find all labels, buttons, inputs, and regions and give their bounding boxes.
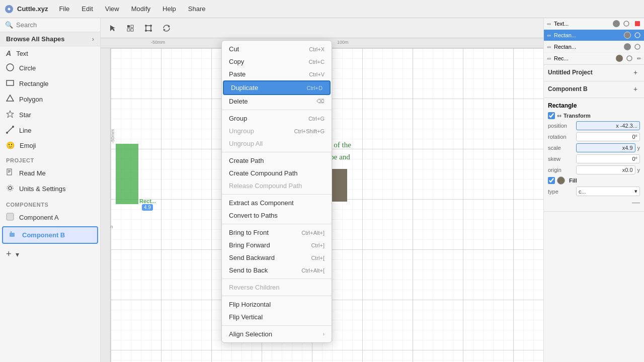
ctx-align-selection[interactable]: Align Selection › bbox=[222, 328, 332, 340]
sidebar-item-readme[interactable]: Read Me bbox=[0, 165, 100, 181]
ctx-separator-2 bbox=[222, 152, 332, 152]
chevron-right-icon: › bbox=[92, 35, 94, 43]
expand-components-button[interactable]: ▾ bbox=[16, 250, 19, 258]
ctx-group[interactable]: Group Ctrl+G bbox=[222, 112, 332, 125]
minus-icon[interactable]: — bbox=[632, 198, 640, 207]
svg-point-24 bbox=[145, 30, 147, 32]
right-sidebar: ⇔ Text... ⇔ Rectan... ⇔ Rectan... bbox=[543, 18, 644, 362]
sidebar-item-line[interactable]: Line bbox=[0, 123, 100, 138]
fill-color-swatch[interactable] bbox=[557, 176, 565, 185]
search-icon: 🔍 bbox=[5, 21, 13, 29]
menu-file[interactable]: File bbox=[54, 3, 74, 15]
menu-modify[interactable]: Modify bbox=[126, 3, 155, 15]
transform-icon: ⇔ bbox=[557, 113, 561, 119]
ctx-convert-paths[interactable]: Convert to Paths bbox=[222, 209, 332, 222]
ctx-bring-front[interactable]: Bring to Front Ctrl+Alt+] bbox=[222, 226, 332, 239]
component-actions: + ▾ bbox=[0, 245, 100, 263]
ctx-delete[interactable]: Delete ⌫ bbox=[222, 95, 332, 108]
ctx-release-compound-path: Release Compound Path bbox=[222, 179, 332, 192]
ctx-ungroup-label: Ungroup bbox=[229, 127, 254, 135]
skew-value[interactable]: 0° bbox=[576, 154, 640, 163]
sidebar-item-label: Line bbox=[19, 127, 32, 134]
svg-point-25 bbox=[150, 30, 152, 32]
layer-swatch bbox=[613, 20, 620, 27]
browse-all-shapes-item[interactable]: Browse All Shapes › bbox=[0, 32, 100, 46]
sidebar-item-rectangle[interactable]: Rectangle bbox=[0, 76, 100, 92]
ctx-align-selection-label: Align Selection bbox=[229, 330, 272, 338]
add-component-button[interactable]: + bbox=[631, 84, 640, 94]
scale-x-value[interactable]: x4.9 bbox=[576, 143, 635, 152]
rotation-value[interactable]: 0° bbox=[576, 132, 640, 141]
rotation-row: rotation 0° bbox=[548, 132, 640, 141]
ruler-tick: 100m bbox=[337, 40, 349, 45]
origin-x-value[interactable]: x0.0 bbox=[576, 165, 635, 174]
polygon-icon bbox=[6, 95, 14, 104]
add-component-button[interactable]: + bbox=[6, 249, 12, 259]
transform-checkbox[interactable] bbox=[548, 112, 555, 119]
layer-name: Rec... bbox=[554, 55, 613, 61]
sidebar-item-emoji[interactable]: 🙂 Emoji bbox=[0, 138, 100, 152]
layer-swatch bbox=[624, 43, 631, 50]
ctx-copy[interactable]: Copy Ctrl+C bbox=[222, 55, 332, 68]
ctx-create-path[interactable]: Create Path bbox=[222, 154, 332, 167]
sidebar-item-text[interactable]: A Text bbox=[0, 46, 100, 60]
sidebar-item-component-a[interactable]: Component A bbox=[0, 210, 100, 225]
sidebar-item-label: Polygon bbox=[19, 96, 43, 103]
add-project-button[interactable]: + bbox=[631, 68, 640, 77]
fill-label: Fill bbox=[569, 177, 577, 184]
sidebar-item-polygon[interactable]: Polygon bbox=[0, 92, 100, 107]
ctx-ungroup-all-label: Ungroup All bbox=[229, 140, 263, 147]
svg-rect-18 bbox=[131, 25, 133, 28]
ctx-reverse-children: Reverse Children bbox=[222, 281, 332, 294]
sidebar-item-circle[interactable]: Circle bbox=[0, 60, 100, 76]
ctx-cut[interactable]: Cut Ctrl+X bbox=[222, 43, 332, 55]
ctx-create-compound-path[interactable]: Create Compound Path bbox=[222, 167, 332, 179]
toolbar-transform-button[interactable] bbox=[141, 21, 156, 35]
fill-checkbox[interactable] bbox=[548, 177, 555, 184]
ctx-flip-vertical[interactable]: Flip Vertical bbox=[222, 311, 332, 323]
search-input[interactable] bbox=[16, 21, 95, 29]
ctx-ungroup-all: Ungroup All bbox=[222, 137, 332, 150]
layer-item-rectangle-2[interactable]: ⇔ Rectan... bbox=[544, 41, 644, 53]
toolbar-select-button[interactable] bbox=[105, 21, 120, 35]
emoji-icon: 🙂 bbox=[6, 141, 15, 149]
layer-transform-icon: ⇔ bbox=[547, 56, 551, 61]
ctx-paste[interactable]: Paste Ctrl+V bbox=[222, 68, 332, 80]
layer-item-rectangle-selected[interactable]: ⇔ Rectan... bbox=[544, 30, 644, 41]
ctx-send-back-shortcut: Ctrl+Alt+[ bbox=[301, 267, 325, 274]
menu-view[interactable]: View bbox=[100, 3, 124, 15]
menu-share[interactable]: Share bbox=[183, 3, 211, 15]
layer-pen-icon: ✏ bbox=[637, 56, 641, 61]
menu-help[interactable]: Help bbox=[157, 3, 181, 15]
ctx-send-backward[interactable]: Send Backward Ctrl+[ bbox=[222, 251, 332, 264]
toolbar-repeat-button[interactable] bbox=[159, 21, 174, 35]
ctx-flip-vertical-label: Flip Vertical bbox=[229, 313, 263, 321]
layer-item-text[interactable]: ⇔ Text... bbox=[544, 18, 644, 30]
fill-row: Fill bbox=[548, 176, 640, 185]
ctx-flip-horizontal[interactable]: Flip Horizontal bbox=[222, 298, 332, 311]
ctx-copy-shortcut: Ctrl+C bbox=[309, 59, 325, 65]
svg-point-32 bbox=[627, 56, 632, 61]
ctx-send-back[interactable]: Send to Back Ctrl+Alt+[ bbox=[222, 264, 332, 277]
sidebar-item-label: Component B bbox=[22, 231, 65, 239]
ctx-extract-component[interactable]: Extract as Component bbox=[222, 197, 332, 209]
svg-rect-20 bbox=[131, 29, 133, 31]
position-x-value[interactable]: x -42.3... bbox=[576, 121, 640, 130]
sidebar-item-units-settings[interactable]: Units & Settings bbox=[0, 181, 100, 197]
canvas-shape-rectangle-green bbox=[116, 144, 138, 204]
menu-edit[interactable]: Edit bbox=[76, 3, 98, 15]
layer-item-rec[interactable]: ⇔ Rec... ✏ bbox=[544, 53, 644, 64]
project-row: Untitled Project + bbox=[548, 68, 640, 77]
type-value[interactable]: c... ▾ bbox=[576, 187, 640, 196]
ctx-bring-forward[interactable]: Bring Forward Ctrl+] bbox=[222, 239, 332, 251]
toolbar-node-button[interactable] bbox=[123, 21, 138, 35]
layer-transform-icon: ⇔ bbox=[547, 21, 551, 27]
sidebar-item-component-b[interactable]: Component B bbox=[2, 226, 98, 244]
svg-rect-17 bbox=[127, 25, 130, 28]
ctx-separator-1 bbox=[222, 110, 332, 110]
position-label: position bbox=[548, 123, 574, 129]
ctx-separator-5 bbox=[222, 279, 332, 279]
ctx-duplicate[interactable]: Duplicate Ctrl+D bbox=[223, 80, 331, 95]
sidebar-item-star[interactable]: Star bbox=[0, 107, 100, 123]
search-bar: 🔍 bbox=[0, 18, 100, 32]
